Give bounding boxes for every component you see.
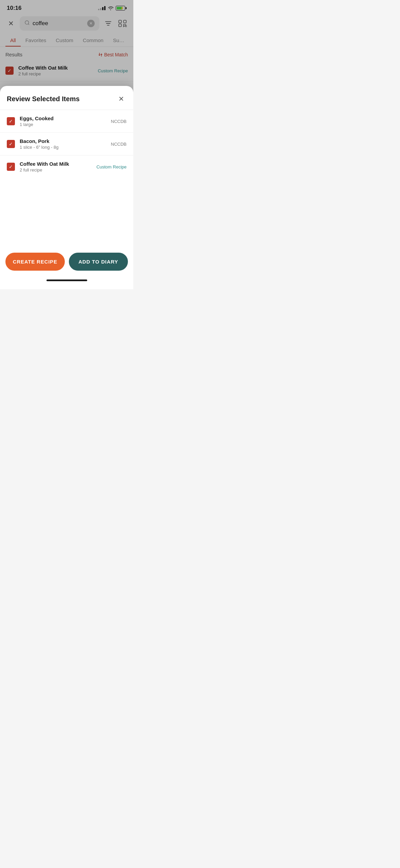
sheet-food-name-3: Coffee With Oat Milk	[20, 161, 92, 167]
sheet-food-source-3: Custom Recipe	[96, 164, 127, 169]
sheet-checkbox-1[interactable]: ✓	[7, 117, 15, 125]
sheet-food-desc-2: 1 slice - 6" long - 8g	[20, 145, 106, 150]
sheet-checkbox-2[interactable]: ✓	[7, 140, 15, 148]
sheet-food-desc-1: 1 large	[20, 122, 106, 127]
create-recipe-button[interactable]: CREATE RECIPE	[5, 253, 65, 271]
bottom-sheet: Review Selected Items ✕ ✓ Eggs, Cooked 1…	[0, 86, 133, 289]
add-to-diary-button[interactable]: ADD TO DIARY	[69, 253, 128, 271]
bottom-buttons: CREATE RECIPE ADD TO DIARY	[0, 253, 133, 276]
sheet-food-source-2: NCCDB	[111, 142, 127, 147]
sheet-items-list: ✓ Eggs, Cooked 1 large NCCDB ✓ Bacon, Po…	[0, 110, 133, 178]
sheet-item-3[interactable]: ✓ Coffee With Oat Milk 2 full recipe Cus…	[0, 156, 133, 178]
empty-area	[0, 178, 133, 253]
sheet-close-button[interactable]: ✕	[116, 93, 127, 104]
home-indicator	[0, 276, 133, 283]
sheet-title: Review Selected Items	[7, 95, 80, 103]
sheet-food-name-1: Eggs, Cooked	[20, 115, 106, 121]
sheet-item-2[interactable]: ✓ Bacon, Pork 1 slice - 6" long - 8g NCC…	[0, 133, 133, 156]
sheet-header: Review Selected Items ✕	[0, 86, 133, 110]
home-bar	[46, 279, 87, 281]
sheet-checkbox-3[interactable]: ✓	[7, 163, 15, 171]
sheet-food-desc-3: 2 full recipe	[20, 167, 92, 173]
sheet-item-1[interactable]: ✓ Eggs, Cooked 1 large NCCDB	[0, 110, 133, 133]
sheet-food-source-1: NCCDB	[111, 119, 127, 124]
sheet-food-name-2: Bacon, Pork	[20, 138, 106, 144]
